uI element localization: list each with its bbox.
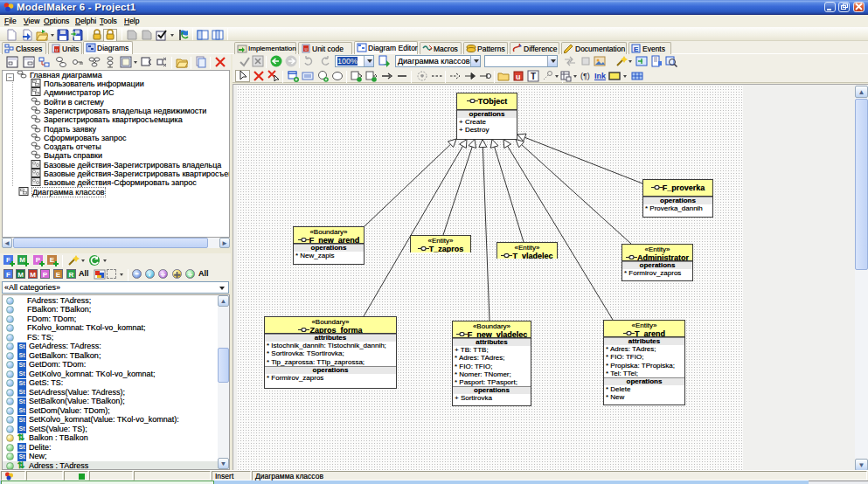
svg-text:u: u (305, 46, 308, 52)
svg-text:E: E (634, 45, 639, 53)
svg-text:(¶): (¶) (580, 72, 590, 80)
svg-text:u: u (516, 73, 521, 81)
svg-text:u: u (55, 47, 58, 52)
svg-text:T: T (531, 72, 536, 81)
